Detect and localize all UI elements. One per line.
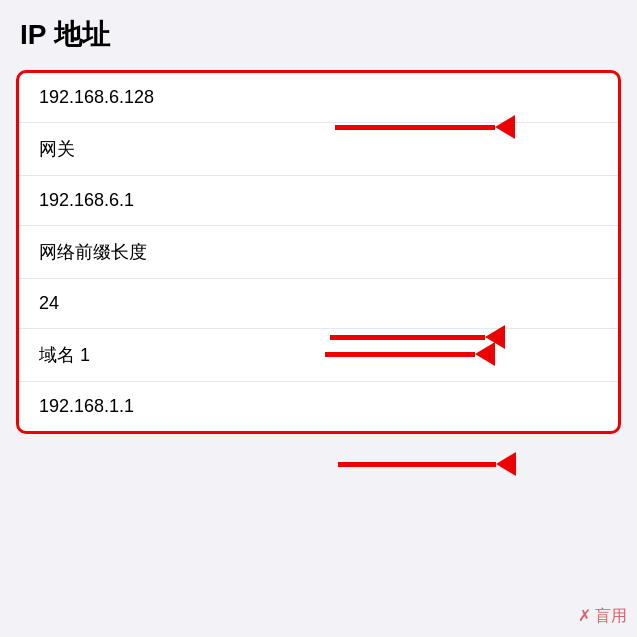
page-header: IP 地址 — [0, 0, 637, 62]
settings-card: 192.168.6.128 网关 192.168.6.1 网络前缀长度 24 域… — [16, 70, 621, 434]
prefix-length-label-row[interactable]: 网络前缀长度 — [19, 226, 618, 279]
domain-label: 域名 1 — [39, 345, 90, 365]
prefix-length-value-row[interactable]: 24 — [19, 279, 618, 329]
arrow-3 — [338, 452, 516, 476]
ip-address-value-row[interactable]: 192.168.6.128 — [19, 73, 618, 123]
domain-label-row[interactable]: 域名 1 — [19, 329, 618, 382]
gateway-value-row[interactable]: 192.168.6.1 — [19, 176, 618, 226]
domain-value-row[interactable]: 192.168.1.1 — [19, 382, 618, 431]
gateway-value: 192.168.6.1 — [39, 190, 134, 210]
gateway-label-row[interactable]: 网关 — [19, 123, 618, 176]
domain-value: 192.168.1.1 — [39, 396, 134, 416]
watermark: ✗ 盲用 — [578, 606, 627, 627]
prefix-length-value: 24 — [39, 293, 59, 313]
prefix-length-label: 网络前缀长度 — [39, 242, 147, 262]
page-title: IP 地址 — [20, 19, 110, 50]
arrow-1 — [335, 115, 515, 139]
ip-address-value: 192.168.6.128 — [39, 87, 154, 107]
arrow-2b — [325, 342, 495, 366]
gateway-label: 网关 — [39, 139, 75, 159]
